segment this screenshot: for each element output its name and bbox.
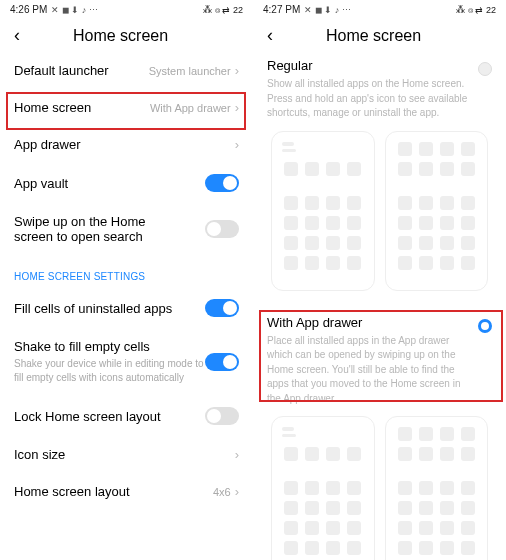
row-label: Fill cells of uninstalled apps <box>14 301 172 316</box>
status-time: 4:26 PM <box>10 4 47 15</box>
status-icons-left: ✕ ◼ ⬇ ♪ ⋯ <box>304 5 351 15</box>
row-label: Swipe up on the Home screen to open sear… <box>14 214 174 244</box>
radio-regular[interactable] <box>478 62 492 76</box>
chevron-right-icon: › <box>235 447 239 462</box>
phone-mockup <box>271 131 375 291</box>
status-icons-right: ⁂ ⌾ ⇄ 22 <box>456 5 496 15</box>
row-app-vault[interactable]: App vault <box>14 163 239 203</box>
row-lock-layout[interactable]: Lock Home screen layout <box>14 396 239 436</box>
row-swipe-up-search[interactable]: Swipe up on the Home screen to open sear… <box>14 203 239 255</box>
row-icon-size[interactable]: Icon size › <box>14 436 239 473</box>
toggle-fill-cells[interactable] <box>205 299 239 317</box>
phone-mockup <box>385 131 489 291</box>
toggle-app-vault[interactable] <box>205 174 239 192</box>
phone-mockup <box>271 416 375 560</box>
status-icons-right: ⁂ ⌾ ⇄ 22 <box>203 5 243 15</box>
row-label: Default launcher <box>14 63 109 78</box>
status-time: 4:27 PM <box>263 4 300 15</box>
screen-right: 4:27 PM ✕ ◼ ⬇ ♪ ⋯ ⁂ ⌾ ⇄ 22 ‹ Home screen… <box>253 0 506 560</box>
row-label: Shake to fill empty cells <box>14 339 205 354</box>
phone-mockup <box>385 416 489 560</box>
row-label: App drawer <box>14 137 80 152</box>
chevron-right-icon: › <box>235 137 239 152</box>
row-value: System launcher <box>149 65 231 77</box>
status-icons-left: ✕ ◼ ⬇ ♪ ⋯ <box>51 5 98 15</box>
header: ‹ Home screen <box>0 17 253 52</box>
screen-left: 4:26 PM ✕ ◼ ⬇ ♪ ⋯ ⁂ ⌾ ⇄ 22 ‹ Home screen… <box>0 0 253 560</box>
mockups-regular <box>267 121 492 301</box>
toggle-shake-fill[interactable] <box>205 353 239 371</box>
row-label: Home screen layout <box>14 484 130 499</box>
chevron-right-icon: › <box>235 484 239 499</box>
mockups-drawer <box>267 406 492 560</box>
row-value: With App drawer <box>150 102 231 114</box>
status-bar: 4:27 PM ✕ ◼ ⬇ ♪ ⋯ ⁂ ⌾ ⇄ 22 <box>253 0 506 17</box>
option-title: With App drawer <box>267 315 468 330</box>
option-title: Regular <box>267 58 468 73</box>
row-shake-fill[interactable]: Shake to fill empty cells Shake your dev… <box>14 328 239 396</box>
row-app-drawer[interactable]: App drawer › <box>14 126 239 163</box>
row-desc: Shake your device while in editing mode … <box>14 357 205 385</box>
row-home-screen[interactable]: Home screen With App drawer › <box>14 89 239 126</box>
row-label: Lock Home screen layout <box>14 409 161 424</box>
row-fill-cells[interactable]: Fill cells of uninstalled apps <box>14 288 239 328</box>
status-bar: 4:26 PM ✕ ◼ ⬇ ♪ ⋯ ⁂ ⌾ ⇄ 22 <box>0 0 253 17</box>
row-value: 4x6 <box>213 486 231 498</box>
page-title: Home screen <box>255 27 492 45</box>
row-home-layout[interactable]: Home screen layout 4x6 › <box>14 473 239 510</box>
option-desc: Place all installed apps in the App draw… <box>267 334 468 407</box>
option-with-app-drawer[interactable]: With App drawer Place all installed apps… <box>267 309 492 561</box>
header: ‹ Home screen <box>253 17 506 52</box>
section-header: HOME SCREEN SETTINGS <box>14 255 239 288</box>
toggle-swipe-up[interactable] <box>205 220 239 238</box>
row-label: Icon size <box>14 447 65 462</box>
row-default-launcher[interactable]: Default launcher System launcher › <box>14 52 239 89</box>
chevron-right-icon: › <box>235 100 239 115</box>
radio-with-app-drawer[interactable] <box>478 319 492 333</box>
option-regular[interactable]: Regular Show all installed apps on the H… <box>267 52 492 301</box>
toggle-lock-layout[interactable] <box>205 407 239 425</box>
option-desc: Show all installed apps on the Home scre… <box>267 77 468 121</box>
row-label: Home screen <box>14 100 91 115</box>
page-title: Home screen <box>2 27 239 45</box>
row-label: App vault <box>14 176 68 191</box>
chevron-right-icon: › <box>235 63 239 78</box>
